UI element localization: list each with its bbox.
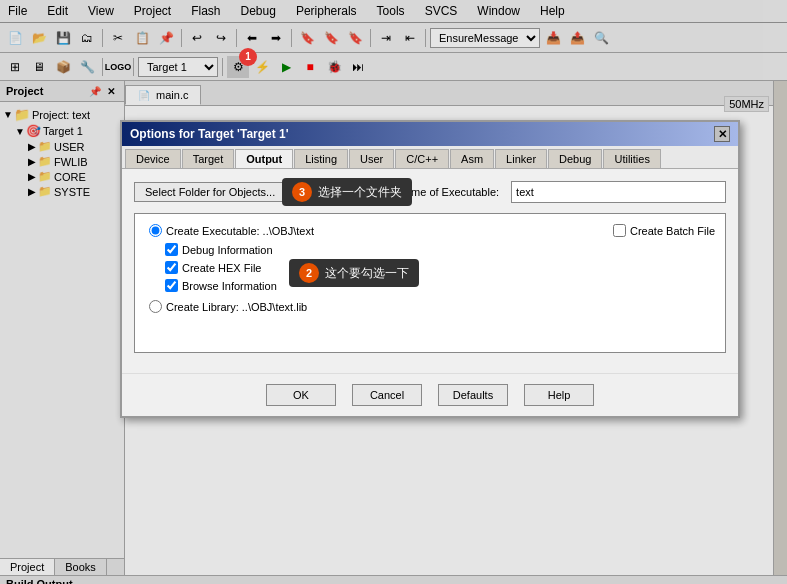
dialog-tab-target[interactable]: Target	[182, 149, 235, 168]
dialog-tab-user[interactable]: User	[349, 149, 394, 168]
select-folder-btn[interactable]: Select Folder for Objects...	[134, 182, 286, 202]
options-box: Create Executable: ..\OBJ\text Debug Inf…	[134, 213, 726, 353]
annotation-3-text: 选择一个文件夹	[318, 184, 402, 201]
dialog-content: Select Folder for Objects... 3 选择一个文件夹 N…	[122, 169, 738, 373]
checkbox-debug-info: Debug Information	[165, 243, 711, 256]
create-batch-label: Create Batch File	[630, 225, 715, 237]
create-hex-row: Create HEX File 2 这个要勾选一下	[149, 261, 711, 274]
dialog-buttons: OK Cancel Defaults Help	[122, 373, 738, 416]
create-hex-label: Create HEX File	[182, 262, 261, 274]
dialog-tab-asm[interactable]: Asm	[450, 149, 494, 168]
dialog-title: Options for Target 'Target 1'	[130, 127, 289, 141]
dialog-tab-cpp[interactable]: C/C++	[395, 149, 449, 168]
radio-create-library: Create Library: ..\OBJ\text.lib	[149, 300, 711, 313]
checkbox-browse-info: Browse Information	[165, 279, 711, 292]
dialog-tabs: Device Target Output Listing User C/C++ …	[122, 146, 738, 169]
dialog-tab-debug[interactable]: Debug	[548, 149, 602, 168]
folder-row: Select Folder for Objects... 3 选择一个文件夹 N…	[134, 181, 726, 203]
radio-exec-input[interactable]	[149, 224, 162, 237]
dialog-close-btn[interactable]: ✕	[714, 126, 730, 142]
dialog-tab-output[interactable]: Output	[235, 149, 293, 168]
radio-lib-label: Create Library: ..\OBJ\text.lib	[166, 301, 307, 313]
dialog-overlay: Options for Target 'Target 1' ✕ Device T…	[0, 0, 787, 584]
create-batch-area: Create Batch File	[613, 224, 715, 237]
annotation-2-box: 2 这个要勾选一下	[289, 259, 419, 287]
browse-info-label: Browse Information	[182, 280, 277, 292]
browse-info-checkbox[interactable]	[165, 279, 178, 292]
folder-name-input[interactable]	[511, 181, 726, 203]
defaults-btn[interactable]: Defaults	[438, 384, 508, 406]
dialog-tab-linker[interactable]: Linker	[495, 149, 547, 168]
dialog-tab-device[interactable]: Device	[125, 149, 181, 168]
create-hex-checkbox[interactable]	[165, 261, 178, 274]
annotation-3-box: 3 选择一个文件夹	[282, 178, 412, 206]
debug-info-label: Debug Information	[182, 244, 273, 256]
ok-btn[interactable]: OK	[266, 384, 336, 406]
annotation-2-text: 这个要勾选一下	[325, 265, 409, 282]
dialog-titlebar: Options for Target 'Target 1' ✕	[122, 122, 738, 146]
radio-exec-label: Create Executable: ..\OBJ\text	[166, 225, 314, 237]
create-batch-checkbox[interactable]	[613, 224, 626, 237]
annotation-bubble-2: 2	[299, 263, 319, 283]
options-dialog: Options for Target 'Target 1' ✕ Device T…	[120, 120, 740, 418]
radio-lib-input[interactable]	[149, 300, 162, 313]
annotation-bubble-3: 3	[292, 182, 312, 202]
cancel-btn[interactable]: Cancel	[352, 384, 422, 406]
dialog-tab-listing[interactable]: Listing	[294, 149, 348, 168]
checkbox-create-hex: Create HEX File	[165, 261, 711, 274]
annotation-bubble-1: 1	[239, 48, 257, 66]
dialog-tab-utilities[interactable]: Utilities	[603, 149, 660, 168]
debug-info-checkbox[interactable]	[165, 243, 178, 256]
help-btn[interactable]: Help	[524, 384, 594, 406]
